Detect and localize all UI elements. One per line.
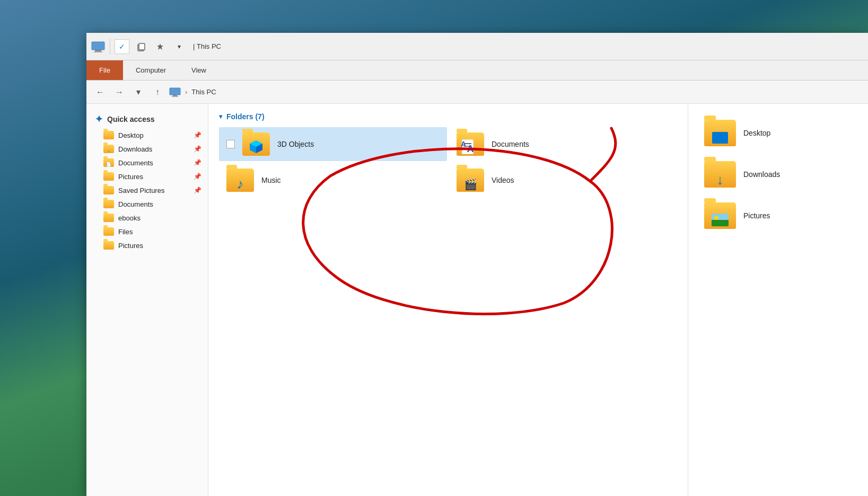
- folder-icon-music: ♪: [226, 169, 254, 192]
- video-icon: 🎬: [464, 178, 477, 191]
- folder-icon-3dobjects: [242, 132, 270, 156]
- music-note-icon: ♪: [237, 177, 244, 191]
- download-arrow-icon: ↓: [717, 173, 724, 187]
- folder-pics2-icon: [103, 241, 114, 250]
- folders-grid: 3D Objects A: [219, 127, 677, 197]
- window-title: | This PC: [193, 42, 221, 50]
- sidebar-item-downloads[interactable]: Downloads 📌: [86, 142, 208, 156]
- folder-label-documents: Documents: [492, 140, 529, 148]
- sidebar-label-pictures2: Pictures: [118, 242, 143, 250]
- svg-rect-2: [94, 51, 102, 52]
- folders-section-label: Folders (7): [226, 112, 265, 121]
- back-button[interactable]: ←: [93, 85, 108, 100]
- right-folder-label-pictures: Pictures: [743, 211, 770, 220]
- right-folder-label-desktop: Desktop: [743, 129, 770, 137]
- sidebar-label-saved-pictures: Saved Pictures: [118, 187, 164, 194]
- pin-icon-downloads: 📌: [194, 145, 201, 153]
- up-button[interactable]: ↑: [150, 85, 165, 100]
- doc-icon: A: [460, 139, 478, 154]
- svg-rect-8: [172, 96, 178, 97]
- right-folder-icon-downloads: ↓: [704, 161, 736, 188]
- pin-btn[interactable]: [153, 39, 168, 54]
- svg-rect-6: [170, 88, 180, 95]
- sidebar-label-files: Files: [118, 228, 133, 236]
- tab-file[interactable]: File: [86, 60, 123, 80]
- forward-button[interactable]: →: [112, 85, 127, 100]
- right-folder-desktop[interactable]: Desktop: [699, 112, 857, 154]
- quick-access-section[interactable]: ✦ Quick access: [86, 110, 208, 128]
- folder-icon-videos: 🎬: [457, 169, 484, 192]
- pin-icon-pictures: 📌: [194, 173, 201, 180]
- folder-label-music: Music: [261, 176, 281, 184]
- pictures-landscape-icon: [712, 214, 729, 226]
- folders-section-header[interactable]: ▾ Folders (7): [219, 112, 677, 121]
- pin-icon-desktop: 📌: [194, 131, 201, 139]
- folder-label-videos: Videos: [492, 176, 514, 184]
- folder-files-icon: [103, 227, 114, 236]
- titlebar: ✓ ▾ | This PC: [86, 33, 868, 60]
- breadcrumb-thispc[interactable]: This PC: [191, 88, 216, 96]
- folder-icon: [103, 131, 114, 139]
- sidebar-label-ebooks: ebooks: [118, 214, 141, 222]
- cube-3d-icon: [249, 139, 264, 154]
- sidebar: ✦ Quick access Desktop 📌 Downloads 📌 Doc…: [86, 104, 208, 496]
- pin-icon-documents: 📌: [194, 159, 201, 166]
- folder-docs2-icon: [103, 200, 114, 208]
- pin-icon-saved: 📌: [194, 187, 201, 194]
- dropdown-nav-button[interactable]: ▾: [131, 85, 146, 100]
- folder-pictures-icon: [103, 172, 114, 181]
- sidebar-item-saved-pictures[interactable]: Saved Pictures 📌: [86, 183, 208, 197]
- content-area: ✦ Quick access Desktop 📌 Downloads 📌 Doc…: [86, 104, 868, 496]
- sidebar-label-pictures: Pictures: [118, 173, 143, 181]
- title-divider: [110, 39, 110, 55]
- file-explorer-window: ✓ ▾ | This PC File Computer View ← → ▾ ↑…: [86, 33, 868, 496]
- right-folder-label-downloads: Downloads: [743, 170, 780, 179]
- chevron-down-icon: ▾: [219, 113, 222, 120]
- svg-text:A: A: [461, 140, 466, 148]
- copy-btn[interactable]: [134, 39, 148, 54]
- sidebar-label-downloads: Downloads: [118, 145, 152, 153]
- sidebar-item-pictures2[interactable]: Pictures: [86, 238, 208, 252]
- sidebar-label-documents: Documents: [118, 159, 153, 167]
- folder-ebooks-icon: [103, 214, 114, 222]
- address-path: › This PC: [169, 87, 216, 97]
- tab-computer[interactable]: Computer: [123, 60, 179, 80]
- sidebar-label-documents2: Documents: [118, 200, 153, 208]
- svg-marker-5: [157, 43, 163, 50]
- right-folder-icon-pictures: [704, 202, 736, 229]
- sidebar-item-desktop[interactable]: Desktop 📌: [86, 128, 208, 142]
- breadcrumb-arrow: ›: [185, 88, 187, 96]
- sidebar-item-pictures[interactable]: Pictures 📌: [86, 170, 208, 183]
- folder-label-3dobjects: 3D Objects: [277, 140, 314, 148]
- sidebar-item-documents2[interactable]: Documents: [86, 197, 208, 211]
- folder-item-3dobjects[interactable]: 3D Objects: [219, 127, 447, 161]
- folder-docs-icon: [103, 158, 114, 167]
- quick-access-label: Quick access: [107, 115, 155, 123]
- main-panel: ▾ Folders (7): [208, 104, 688, 496]
- addressbar: ← → ▾ ↑ › This PC: [86, 81, 868, 104]
- checkmark-btn[interactable]: ✓: [115, 39, 129, 54]
- address-computer-icon: [169, 87, 181, 97]
- folder-item-documents[interactable]: A Documents: [449, 127, 677, 161]
- checkbox-3dobjects[interactable]: [226, 140, 235, 148]
- folder-saved-icon: [103, 186, 114, 194]
- folder-item-music[interactable]: ♪ Music: [219, 163, 447, 197]
- folder-icon-documents: A: [457, 132, 484, 156]
- svg-rect-4: [139, 43, 145, 50]
- dropdown-btn[interactable]: ▾: [172, 39, 187, 54]
- svg-rect-0: [92, 42, 104, 50]
- star-icon: ✦: [95, 113, 103, 125]
- sidebar-label-desktop: Desktop: [118, 131, 144, 139]
- right-folder-pictures[interactable]: Pictures: [699, 195, 857, 236]
- svg-rect-7: [173, 95, 177, 96]
- computer-icon: [91, 41, 106, 52]
- svg-rect-1: [95, 50, 101, 51]
- tab-view[interactable]: View: [179, 60, 219, 80]
- sidebar-item-ebooks[interactable]: ebooks: [86, 211, 208, 225]
- sidebar-item-documents[interactable]: Documents 📌: [86, 156, 208, 170]
- sidebar-item-files[interactable]: Files: [86, 225, 208, 238]
- folder-downloads-icon: [103, 145, 114, 153]
- desktop-screen-icon: [712, 132, 728, 144]
- right-folder-downloads[interactable]: ↓ Downloads: [699, 154, 857, 195]
- folder-item-videos[interactable]: 🎬 Videos: [449, 163, 677, 197]
